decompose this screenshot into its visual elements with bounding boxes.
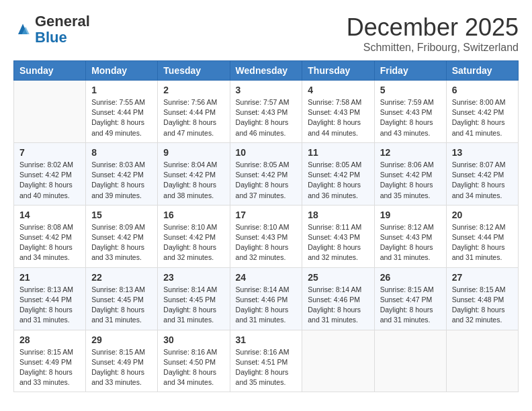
day-number: 17 <box>236 210 297 220</box>
calendar-day-cell: 13Sunrise: 8:07 AMSunset: 4:42 PMDayligh… <box>446 142 518 205</box>
calendar-day-cell: 16Sunrise: 8:10 AMSunset: 4:42 PMDayligh… <box>158 205 230 267</box>
calendar-day-cell: 27Sunrise: 8:15 AMSunset: 4:48 PMDayligh… <box>446 267 518 330</box>
calendar-day-cell: 22Sunrise: 8:13 AMSunset: 4:45 PMDayligh… <box>86 267 158 330</box>
calendar-day-cell <box>14 81 86 143</box>
title-block: December 2025 Schmitten, Fribourg, Switz… <box>347 13 519 54</box>
day-info: Sunrise: 8:07 AMSunset: 4:42 PMDaylight:… <box>452 160 513 201</box>
day-number: 14 <box>19 210 80 220</box>
logo-icon <box>13 20 32 39</box>
day-info: Sunrise: 8:12 AMSunset: 4:43 PMDaylight:… <box>380 222 441 263</box>
calendar-day-cell: 30Sunrise: 8:16 AMSunset: 4:50 PMDayligh… <box>158 330 230 392</box>
calendar-week-row: 14Sunrise: 8:08 AMSunset: 4:42 PMDayligh… <box>14 205 519 267</box>
day-number: 29 <box>91 334 152 345</box>
day-info: Sunrise: 7:59 AMSunset: 4:43 PMDaylight:… <box>380 97 441 138</box>
day-info: Sunrise: 8:06 AMSunset: 4:42 PMDaylight:… <box>380 160 441 201</box>
calendar-day-cell: 11Sunrise: 8:05 AMSunset: 4:42 PMDayligh… <box>302 142 374 205</box>
month-title: December 2025 <box>347 13 519 42</box>
calendar-day-cell: 26Sunrise: 8:15 AMSunset: 4:47 PMDayligh… <box>374 267 446 330</box>
day-info: Sunrise: 8:13 AMSunset: 4:45 PMDaylight:… <box>91 285 152 326</box>
day-info: Sunrise: 8:15 AMSunset: 4:49 PMDaylight:… <box>19 347 80 388</box>
day-info: Sunrise: 8:10 AMSunset: 4:43 PMDaylight:… <box>236 222 297 263</box>
day-info: Sunrise: 8:05 AMSunset: 4:42 PMDaylight:… <box>236 160 297 201</box>
day-number: 8 <box>91 147 152 158</box>
calendar-day-cell: 10Sunrise: 8:05 AMSunset: 4:42 PMDayligh… <box>230 142 302 205</box>
day-number: 26 <box>380 272 441 283</box>
day-number: 9 <box>163 147 224 158</box>
day-number: 18 <box>308 210 368 220</box>
day-number: 24 <box>236 272 297 283</box>
day-info: Sunrise: 8:15 AMSunset: 4:47 PMDaylight:… <box>380 285 441 326</box>
day-number: 10 <box>236 147 297 158</box>
calendar-day-cell: 7Sunrise: 8:02 AMSunset: 4:42 PMDaylight… <box>14 142 86 205</box>
calendar-day-cell: 5Sunrise: 7:59 AMSunset: 4:43 PMDaylight… <box>374 81 446 143</box>
page-header: General Blue December 2025 Schmitten, Fr… <box>13 13 519 54</box>
calendar-day-cell: 9Sunrise: 8:04 AMSunset: 4:42 PMDaylight… <box>158 142 230 205</box>
day-number: 3 <box>236 85 297 95</box>
day-info: Sunrise: 8:14 AMSunset: 4:45 PMDaylight:… <box>163 285 224 326</box>
calendar-header-monday: Monday <box>86 61 158 81</box>
day-info: Sunrise: 8:04 AMSunset: 4:42 PMDaylight:… <box>163 160 224 201</box>
calendar-day-cell: 2Sunrise: 7:56 AMSunset: 4:44 PMDaylight… <box>158 81 230 143</box>
day-number: 1 <box>91 85 152 95</box>
calendar-header-wednesday: Wednesday <box>230 61 302 81</box>
day-number: 31 <box>236 334 297 345</box>
day-number: 20 <box>452 210 513 220</box>
day-info: Sunrise: 7:55 AMSunset: 4:44 PMDaylight:… <box>91 97 152 138</box>
logo: General Blue <box>13 13 90 46</box>
day-info: Sunrise: 8:13 AMSunset: 4:44 PMDaylight:… <box>19 285 80 326</box>
calendar-day-cell: 15Sunrise: 8:09 AMSunset: 4:42 PMDayligh… <box>86 205 158 267</box>
day-info: Sunrise: 7:56 AMSunset: 4:44 PMDaylight:… <box>163 97 224 138</box>
day-number: 22 <box>91 272 152 283</box>
calendar-day-cell: 14Sunrise: 8:08 AMSunset: 4:42 PMDayligh… <box>14 205 86 267</box>
calendar-header-sunday: Sunday <box>14 61 86 81</box>
calendar-header-saturday: Saturday <box>446 61 518 81</box>
day-info: Sunrise: 8:15 AMSunset: 4:48 PMDaylight:… <box>452 285 513 326</box>
calendar-day-cell: 20Sunrise: 8:12 AMSunset: 4:44 PMDayligh… <box>446 205 518 267</box>
calendar-day-cell: 18Sunrise: 8:11 AMSunset: 4:43 PMDayligh… <box>302 205 374 267</box>
day-info: Sunrise: 8:03 AMSunset: 4:42 PMDaylight:… <box>91 160 152 201</box>
day-number: 30 <box>163 334 224 345</box>
calendar-week-row: 1Sunrise: 7:55 AMSunset: 4:44 PMDaylight… <box>14 81 519 143</box>
day-number: 27 <box>452 272 513 283</box>
calendar-day-cell: 19Sunrise: 8:12 AMSunset: 4:43 PMDayligh… <box>374 205 446 267</box>
day-number: 6 <box>452 85 513 95</box>
calendar-header-thursday: Thursday <box>302 61 374 81</box>
calendar-day-cell: 12Sunrise: 8:06 AMSunset: 4:42 PMDayligh… <box>374 142 446 205</box>
calendar-week-row: 21Sunrise: 8:13 AMSunset: 4:44 PMDayligh… <box>14 267 519 330</box>
day-number: 19 <box>380 210 441 220</box>
calendar-day-cell: 23Sunrise: 8:14 AMSunset: 4:45 PMDayligh… <box>158 267 230 330</box>
calendar-table: SundayMondayTuesdayWednesdayThursdayFrid… <box>13 60 519 392</box>
calendar-day-cell: 28Sunrise: 8:15 AMSunset: 4:49 PMDayligh… <box>14 330 86 392</box>
day-info: Sunrise: 8:00 AMSunset: 4:42 PMDaylight:… <box>452 97 513 138</box>
calendar-day-cell <box>302 330 374 392</box>
calendar-day-cell: 29Sunrise: 8:15 AMSunset: 4:49 PMDayligh… <box>86 330 158 392</box>
day-number: 28 <box>19 334 80 345</box>
day-info: Sunrise: 7:58 AMSunset: 4:43 PMDaylight:… <box>308 97 368 138</box>
day-info: Sunrise: 8:05 AMSunset: 4:42 PMDaylight:… <box>308 160 368 201</box>
day-number: 2 <box>163 85 224 95</box>
day-info: Sunrise: 8:10 AMSunset: 4:42 PMDaylight:… <box>163 222 224 263</box>
calendar-day-cell: 21Sunrise: 8:13 AMSunset: 4:44 PMDayligh… <box>14 267 86 330</box>
calendar-day-cell: 6Sunrise: 8:00 AMSunset: 4:42 PMDaylight… <box>446 81 518 143</box>
calendar-day-cell: 4Sunrise: 7:58 AMSunset: 4:43 PMDaylight… <box>302 81 374 143</box>
day-number: 5 <box>380 85 441 95</box>
calendar-header-tuesday: Tuesday <box>158 61 230 81</box>
day-number: 25 <box>308 272 368 283</box>
calendar-header-friday: Friday <box>374 61 446 81</box>
day-info: Sunrise: 7:57 AMSunset: 4:43 PMDaylight:… <box>236 97 297 138</box>
day-number: 23 <box>163 272 224 283</box>
day-info: Sunrise: 8:11 AMSunset: 4:43 PMDaylight:… <box>308 222 368 263</box>
day-info: Sunrise: 8:15 AMSunset: 4:49 PMDaylight:… <box>91 347 152 388</box>
logo-text: General Blue <box>35 13 90 46</box>
day-info: Sunrise: 8:16 AMSunset: 4:51 PMDaylight:… <box>236 347 297 388</box>
calendar-header-row: SundayMondayTuesdayWednesdayThursdayFrid… <box>14 61 519 81</box>
calendar-day-cell: 25Sunrise: 8:14 AMSunset: 4:46 PMDayligh… <box>302 267 374 330</box>
calendar-week-row: 7Sunrise: 8:02 AMSunset: 4:42 PMDaylight… <box>14 142 519 205</box>
calendar-day-cell: 24Sunrise: 8:14 AMSunset: 4:46 PMDayligh… <box>230 267 302 330</box>
day-number: 11 <box>308 147 368 158</box>
calendar-day-cell: 3Sunrise: 7:57 AMSunset: 4:43 PMDaylight… <box>230 81 302 143</box>
calendar-day-cell: 1Sunrise: 7:55 AMSunset: 4:44 PMDaylight… <box>86 81 158 143</box>
day-number: 7 <box>19 147 80 158</box>
calendar-week-row: 28Sunrise: 8:15 AMSunset: 4:49 PMDayligh… <box>14 330 519 392</box>
day-info: Sunrise: 8:14 AMSunset: 4:46 PMDaylight:… <box>308 285 368 326</box>
